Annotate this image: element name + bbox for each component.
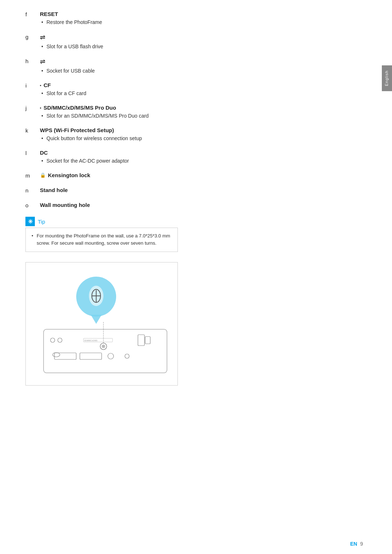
item-content-l: DC Socket for the AC-DC power adaptor <box>40 150 363 165</box>
item-title-j: ▪SD/MMC/xD/MS/MS Pro Duo <box>40 105 363 111</box>
item-bullets-j: Slot for an SD/MMC/xD/MS/MS Pro Duo card <box>40 112 363 120</box>
item-content-j: ▪SD/MMC/xD/MS/MS Pro Duo Slot for an SD/… <box>40 105 363 120</box>
bullet-h-0: Socket for USB cable <box>40 67 363 75</box>
tip-icon-symbol: ✳ <box>28 218 33 225</box>
item-bullets-h: Socket for USB cable <box>40 67 363 75</box>
item-content-k: WPS (Wi-Fi Protected Setup) Quick button… <box>40 127 363 142</box>
item-bullets-l: Socket for the AC-DC power adaptor <box>40 157 363 165</box>
item-title-f: RESET <box>40 11 363 17</box>
item-title-text-m: Kensington lock <box>48 172 90 178</box>
item-title-text-o: Wall mounting hole <box>40 202 90 208</box>
item-title-text-k: WPS (Wi-Fi Protected Setup) <box>40 127 114 133</box>
svg-point-20 <box>103 346 104 347</box>
item-letter-m: m <box>25 172 40 179</box>
item-row-n: n Stand hole <box>25 187 363 195</box>
item-title-text-i: CF <box>44 82 51 88</box>
item-title-n: Stand hole <box>40 187 363 193</box>
item-title-g: ⇌ <box>40 33 363 41</box>
item-content-o: Wall mounting hole <box>40 202 363 209</box>
item-row-l: l DC Socket for the AC-DC power adaptor <box>25 150 363 165</box>
svg-rect-6 <box>44 329 167 373</box>
bullet-i-0: Slot for a CF card <box>40 90 363 97</box>
item-title-h: ⇌ <box>40 58 363 66</box>
footer-en-label: EN <box>350 541 357 547</box>
item-bullets-g: Slot for a USB flash drive <box>40 43 363 50</box>
bullet-f-0: Restore the PhotoFrame <box>40 19 363 26</box>
sidebar-language-tab: English <box>382 65 392 91</box>
item-row-o: o Wall mounting hole <box>25 202 363 209</box>
item-content-f: RESET Restore the PhotoFrame <box>40 11 363 26</box>
item-content-h: ⇌ Socket for USB cable <box>40 58 363 75</box>
tip-section: ✳ Tip For mounting the PhotoFrame on the… <box>25 217 363 252</box>
item-title-text-j: SD/MMC/xD/MS/MS Pro Duo <box>44 105 116 111</box>
item-letter-n: n <box>25 187 40 194</box>
item-letter-o: o <box>25 202 40 208</box>
item-letter-h: h <box>25 58 40 64</box>
usb-icon-g: ⇌ <box>40 33 45 41</box>
tip-text: For mounting the PhotoFrame on the wall,… <box>30 232 172 247</box>
item-bullets-i: Slot for a CF card <box>40 90 363 97</box>
item-row-m: m 🔒 Kensington lock <box>25 172 363 180</box>
device-illustration: SD/MMC/xD/MS <box>33 268 171 380</box>
item-letter-l: l <box>25 150 40 156</box>
item-row-f: f RESET Restore the PhotoFrame <box>25 11 363 26</box>
item-row-j: j ▪SD/MMC/xD/MS/MS Pro Duo Slot for an S… <box>25 105 363 120</box>
item-title-k: WPS (Wi-Fi Protected Setup) <box>40 127 363 133</box>
usb-icon-h: ⇌ <box>40 58 45 66</box>
bullet-k-0: Quick button for wireless connection set… <box>40 135 363 142</box>
illustration-box: SD/MMC/xD/MS <box>25 262 178 386</box>
item-content-i: ▪CF Slot for a CF card <box>40 82 363 97</box>
bullet-g-0: Slot for a USB flash drive <box>40 43 363 50</box>
card-icon-j: ▪ <box>40 106 41 110</box>
item-title-m: 🔒 Kensington lock <box>40 172 363 178</box>
item-bullets-k: Quick button for wireless connection set… <box>40 135 363 142</box>
item-letter-i: i <box>25 82 40 89</box>
bullet-j-0: Slot for an SD/MMC/xD/MS/MS Pro Duo card <box>40 112 363 120</box>
item-row-k: k WPS (Wi-Fi Protected Setup) Quick butt… <box>25 127 363 142</box>
tip-bullet: For mounting the PhotoFrame on the wall,… <box>31 232 172 247</box>
tip-box: For mounting the PhotoFrame on the wall,… <box>25 228 178 252</box>
item-content-g: ⇌ Slot for a USB flash drive <box>40 33 363 50</box>
item-letter-j: j <box>25 105 40 111</box>
item-title-text-n: Stand hole <box>40 187 68 193</box>
footer-page-number: 9 <box>360 541 363 547</box>
footer: EN 9 <box>350 541 363 547</box>
item-title-i: ▪CF <box>40 82 363 88</box>
item-letter-f: f <box>25 11 40 17</box>
item-title-l: DC <box>40 150 363 156</box>
item-title-text-f: RESET <box>40 11 58 17</box>
item-title-text-l: DC <box>40 150 48 156</box>
svg-text:SD/MMC/xD/MS: SD/MMC/xD/MS <box>84 339 98 342</box>
item-content-m: 🔒 Kensington lock <box>40 172 363 180</box>
item-content-n: Stand hole <box>40 187 363 195</box>
item-row-h: h ⇌ Socket for USB cable <box>25 58 363 75</box>
item-title-o: Wall mounting hole <box>40 202 363 208</box>
tip-header: ✳ Tip <box>25 217 363 226</box>
card-icon-i: ▪ <box>40 83 41 87</box>
bullet-l-0: Socket for the AC-DC power adaptor <box>40 157 363 165</box>
item-row-g: g ⇌ Slot for a USB flash drive <box>25 33 363 50</box>
tip-icon: ✳ <box>25 217 35 226</box>
lock-icon-m: 🔒 <box>40 172 46 178</box>
svg-marker-1 <box>91 315 102 324</box>
item-letter-k: k <box>25 127 40 134</box>
item-letter-g: g <box>25 33 40 40</box>
tip-label: Tip <box>38 219 45 225</box>
item-row-i: i ▪CF Slot for a CF card <box>25 82 363 97</box>
item-bullets-f: Restore the PhotoFrame <box>40 19 363 26</box>
